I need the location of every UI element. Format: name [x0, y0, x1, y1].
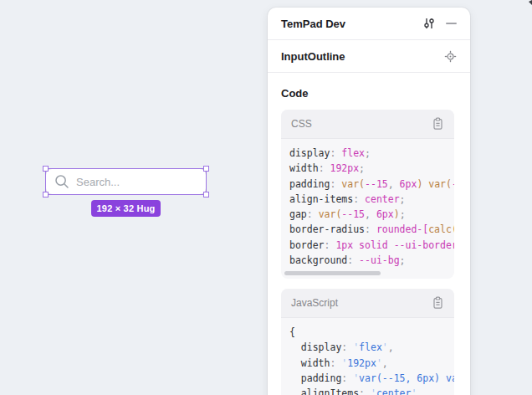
- css-code-block: CSS display: flex;width: 192px;padding: …: [281, 110, 454, 279]
- code-token: ;: [400, 193, 406, 205]
- search-input[interactable]: Search...: [45, 168, 207, 195]
- selection-handle-bottom-left[interactable]: [43, 192, 49, 198]
- code-line: gap: var(--15, 6px);: [289, 207, 454, 222]
- code-section-title: Code: [281, 87, 457, 100]
- code-line: padding: var(--15, 6px) var(--15: [289, 177, 454, 192]
- code-token: ;: [365, 147, 371, 159]
- code-token: border: [289, 239, 325, 251]
- code-token: ,: [417, 387, 422, 395]
- code-line: align-items: center;: [289, 192, 454, 207]
- code-token: ': [376, 357, 382, 369]
- code-token: display: [289, 341, 341, 353]
- size-badge: 192 × 32 Hug: [91, 200, 161, 217]
- javascript-code-block: JavaScript { display: 'flex', width: '19…: [281, 289, 454, 395]
- javascript-code: { display: 'flex', width: '192px', paddi…: [281, 318, 454, 395]
- code-token: padding: [289, 372, 341, 384]
- code-token: :: [330, 147, 341, 159]
- copy-javascript-button[interactable]: [432, 296, 444, 310]
- css-code: display: flex;width: 192px;padding: var(…: [281, 139, 454, 268]
- code-token: var(: [428, 178, 452, 190]
- code-token: ': [382, 341, 388, 353]
- settings-button[interactable]: [422, 17, 436, 30]
- code-token: width: [289, 357, 330, 369]
- code-token: :: [330, 178, 341, 190]
- code-token: align-items: [289, 193, 353, 205]
- code-token: flex: [359, 341, 382, 353]
- code-line: border-radius: rounded-[calc(var(: [289, 222, 454, 237]
- copy-css-button[interactable]: [432, 117, 444, 131]
- code-token: padding: [289, 178, 330, 190]
- code-token: ': [371, 387, 376, 395]
- code-token: ): [394, 208, 400, 220]
- panel-header: TemPad Dev: [268, 8, 470, 40]
- code-token: {: [289, 326, 295, 338]
- code-token: alignItems: [289, 387, 359, 395]
- code-token: ,: [365, 208, 376, 220]
- code-token: :: [359, 387, 371, 395]
- code-token: width: [289, 162, 319, 174]
- code-token: :: [353, 193, 365, 205]
- code-token: gap: [289, 208, 307, 220]
- code-line: width: 192px;: [289, 161, 454, 176]
- code-token: :: [341, 341, 353, 353]
- css-block-header: CSS: [281, 110, 454, 139]
- code-token: :: [341, 372, 353, 384]
- code-line: width: '192px',: [289, 356, 454, 371]
- code-line: display: 'flex',: [289, 340, 454, 355]
- code-token: ;: [400, 254, 406, 266]
- code-token: calc(: [428, 223, 454, 235]
- code-token: --15: [341, 208, 365, 220]
- code-token: :: [330, 357, 341, 369]
- tempad-dev-panel: TemPad Dev InputOutline: [268, 8, 470, 395]
- code-line: border: 1px solid --ui-border-: [289, 238, 454, 253]
- javascript-block-label: JavaScript: [291, 297, 338, 309]
- code-line: background: --ui-bg;: [289, 253, 454, 268]
- panel-title: TemPad Dev: [281, 18, 345, 30]
- code-token: center: [376, 387, 412, 395]
- code-token: --15: [365, 178, 388, 190]
- code-token: background: [289, 254, 347, 266]
- code-token: --15: [452, 178, 454, 190]
- code-line: alignItems: 'center',: [289, 386, 454, 395]
- code-token: :: [365, 223, 376, 235]
- code-token: var(--15, 6px) var(: [359, 372, 454, 384]
- locate-button[interactable]: [444, 50, 457, 63]
- minimize-button[interactable]: [446, 23, 457, 24]
- horizontal-scrollbar[interactable]: [284, 271, 381, 275]
- search-icon: [54, 174, 69, 189]
- code-token: ;: [400, 208, 406, 220]
- code-line: padding: 'var(--15, 6px) var(: [289, 371, 454, 386]
- code-token: display: [289, 147, 330, 159]
- code-token: :: [347, 254, 359, 266]
- minimize-icon: [446, 23, 457, 24]
- copy-icon: [432, 117, 444, 131]
- code-token: ;: [359, 162, 365, 174]
- code-token: 192px: [330, 162, 359, 174]
- code-token: 1px solid --ui-border-: [335, 239, 454, 251]
- code-token: var(: [341, 178, 365, 190]
- code-token: ,: [388, 178, 400, 190]
- selection-handle-top-right[interactable]: [203, 166, 209, 172]
- code-token: :: [325, 239, 336, 251]
- code-token: ,: [382, 357, 388, 369]
- css-block-label: CSS: [291, 118, 312, 130]
- search-placeholder: Search...: [76, 176, 120, 188]
- code-token: 6px: [376, 208, 394, 220]
- component-name: InputOutline: [281, 50, 345, 63]
- javascript-block-header: JavaScript: [281, 289, 454, 318]
- sliders-icon: [422, 17, 436, 30]
- code-line: {: [289, 325, 454, 340]
- selection-handle-bottom-right[interactable]: [203, 192, 209, 198]
- code-token: flex: [341, 147, 365, 159]
- code-token: :: [319, 162, 330, 174]
- cursor-fragment: [526, 0, 532, 6]
- selection-handle-top-left[interactable]: [43, 166, 49, 172]
- code-token: 6px: [400, 178, 417, 190]
- selected-element-group: Search... 192 × 32 Hug: [45, 168, 207, 217]
- code-token: rounded-[: [376, 223, 428, 235]
- code-token: ,: [388, 341, 394, 353]
- code-token: center: [365, 193, 400, 205]
- code-token: 192px: [347, 357, 376, 369]
- copy-icon: [432, 296, 444, 310]
- code-token: border-radius: [289, 223, 365, 235]
